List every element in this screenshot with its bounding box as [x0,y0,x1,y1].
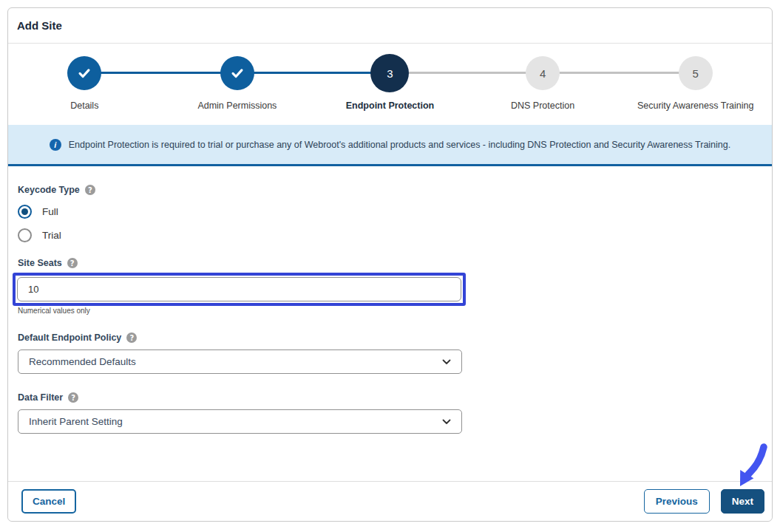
site-seats-label: Site Seats [18,258,62,268]
help-icon[interactable]: ? [85,185,95,195]
stepper-step-admin-permissions[interactable]: Admin Permissions [161,44,314,125]
page-title: Add Site [17,19,62,32]
keycode-type-label-row: Keycode Type ? [18,185,762,195]
chevron-down-icon [442,419,451,425]
step-circle-completed[interactable] [220,56,254,90]
help-icon[interactable]: ? [67,258,78,268]
radio-option-trial[interactable]: Trial [18,228,762,242]
info-banner-text: Endpoint Protection is required to trial… [69,140,730,150]
stepper-step-endpoint-protection[interactable]: 3 Endpoint Protection [313,44,467,125]
step-label: DNS Protection [511,100,574,111]
data-filter-select[interactable]: Inherit Parent Setting [18,409,462,434]
radio-label: Full [42,206,58,217]
dialog-header: Add Site [8,8,772,44]
wizard-stepper: Details Admin Permissions 3 Endpoint Pro… [8,44,772,125]
data-filter-label: Data Filter [18,392,63,403]
step-label: Admin Permissions [197,100,277,111]
select-value: Inherit Parent Setting [29,416,123,427]
data-filter-label-row: Data Filter ? [18,392,762,403]
site-seats-label-row: Site Seats ? [18,258,762,268]
chevron-down-icon [442,359,451,365]
add-site-dialog: Add Site Details Admin [7,7,773,522]
check-icon [76,65,92,81]
default-endpoint-policy-label: Default Endpoint Policy [18,332,121,343]
select-value: Recommended Defaults [29,356,136,367]
previous-button[interactable]: Previous [644,489,710,514]
step-circle-completed[interactable] [67,56,101,90]
step-label: Security Awareness Training [637,100,754,111]
step-circle-upcoming: 5 [679,56,713,90]
radio-option-full[interactable]: Full [18,205,762,219]
help-icon[interactable]: ? [68,392,78,403]
stepper-row: Details Admin Permissions 3 Endpoint Pro… [8,44,772,125]
radio-button-unselected[interactable] [18,228,32,242]
stepper-step-details[interactable]: Details [8,44,161,125]
info-icon: i [50,139,61,151]
next-button[interactable]: Next [721,489,764,514]
step-label: Endpoint Protection [346,100,434,111]
site-seats-input[interactable] [17,277,461,301]
radio-button-selected[interactable] [18,205,32,219]
cancel-button[interactable]: Cancel [21,489,76,514]
help-icon[interactable]: ? [126,332,137,343]
radio-label: Trial [42,230,61,241]
check-icon [229,65,245,81]
dialog-footer: Cancel Previous Next [8,481,772,521]
annotation-highlight-box [13,273,466,306]
site-seats-helper-text: Numerical values only [18,307,762,315]
stepper-step-security-awareness-training: 5 Security Awareness Training [619,44,772,125]
info-banner: i Endpoint Protection is required to tri… [8,125,772,166]
default-endpoint-policy-select[interactable]: Recommended Defaults [18,349,462,374]
keycode-type-label: Keycode Type [18,185,80,195]
stepper-step-dns-protection: 4 DNS Protection [467,44,620,125]
step-circle-current[interactable]: 3 [370,54,409,92]
default-endpoint-policy-label-row: Default Endpoint Policy ? [18,332,762,343]
step-circle-upcoming: 4 [526,56,560,90]
step-label: Details [70,100,98,111]
endpoint-protection-form: Keycode Type ? Full Trial Site Seats ? N… [8,166,772,434]
